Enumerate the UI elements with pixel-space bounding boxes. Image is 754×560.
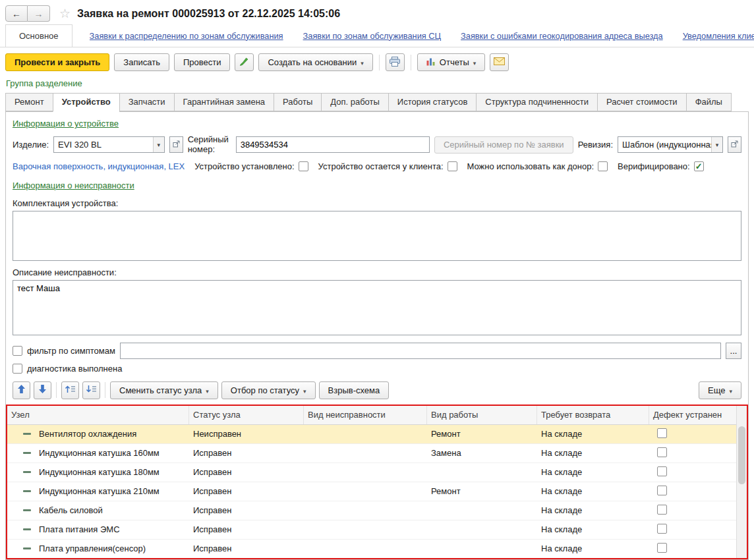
node-status: Исправен [189, 544, 304, 553]
create-based-on-button[interactable]: Создать на основании [258, 53, 372, 71]
donor-checkbox[interactable] [598, 161, 608, 171]
defect-fixed-checkbox[interactable] [657, 505, 667, 515]
dropdown-arrow-icon[interactable] [711, 137, 722, 152]
vertical-scrollbar[interactable] [736, 406, 747, 558]
sort-descending-button[interactable] [82, 381, 100, 399]
favorite-star-icon[interactable]: ☆ [59, 6, 71, 21]
tab-subordination-structure[interactable]: Структура подчиненности [476, 93, 597, 111]
nodes-table-header: Узел Статус узла Вид неисправности Вид р… [7, 406, 747, 425]
defect-fixed-checkbox[interactable] [657, 486, 667, 495]
post-and-close-button[interactable]: Провести и закрыть [5, 53, 109, 71]
tab-files[interactable]: Файлы [686, 93, 732, 111]
explosion-diagram-button[interactable]: Взрыв-схема [319, 381, 390, 399]
tab-additional-works[interactable]: Доп. работы [321, 93, 388, 111]
kit-textarea[interactable] [13, 211, 741, 261]
defect-fixed-checkbox[interactable] [657, 466, 667, 476]
more-label: Еще [708, 385, 725, 395]
table-row[interactable]: Индукционная катушка 180мм Исправен На с… [7, 463, 747, 482]
fault-description-textarea[interactable]: тест Маша [13, 280, 741, 335]
nav-link-service-zones[interactable]: Заявки по зонам обслуживания СЦ [303, 31, 441, 41]
more-button[interactable]: Еще [699, 381, 741, 399]
open-link-icon [731, 140, 738, 150]
table-row[interactable]: Вентилятор охлаждения Неисправен Ремонт … [7, 425, 747, 444]
create-based-on-label: Создать на основании [268, 57, 357, 67]
filter-by-status-button[interactable]: Отбор по статусу [221, 381, 316, 399]
revision-open-button[interactable] [728, 136, 741, 153]
bar-chart-icon [426, 57, 436, 68]
node-return: На складе [537, 505, 649, 515]
symptom-filter-label: фильтр по симптомам [27, 346, 115, 356]
mark-button[interactable] [235, 53, 254, 71]
nav-link-geocoding-errors[interactable]: Заявки с ошибками геокодирования адреса … [461, 31, 663, 41]
device-flags-row: Варочная поверхность, индукционная, LEX … [13, 161, 741, 171]
symptom-filter-checkbox[interactable] [13, 346, 22, 356]
table-row[interactable]: Индукционная катушка 160мм Исправен Заме… [7, 444, 747, 463]
move-down-button[interactable] [34, 381, 51, 399]
nav-link-client-notifications[interactable]: Уведомления клиентам о и [683, 31, 754, 41]
table-row[interactable]: Плата управления(сенсор) Исправен На скл… [7, 540, 747, 558]
symptom-filter-input[interactable] [120, 343, 721, 359]
tab-works[interactable]: Работы [274, 93, 321, 111]
tab-device[interactable]: Устройство [53, 93, 119, 112]
product-combobox[interactable]: EVI 320 BL [53, 136, 165, 153]
form-navigation: Основное Заявки к распределению по зонам… [0, 24, 754, 47]
tab-status-history[interactable]: История статусов [388, 93, 477, 111]
nav-link-distribution-zones[interactable]: Заявки к распределению по зонам обслужив… [90, 31, 283, 41]
nav-links: Заявки к распределению по зонам обслужив… [90, 24, 754, 47]
table-row[interactable]: Плата питания ЭМС Исправен На складе [7, 520, 747, 540]
serial-by-request-button[interactable]: Серийный номер по № заявки [434, 136, 573, 154]
nav-tab-main[interactable]: Основное [5, 24, 72, 47]
reports-button[interactable]: Отчеты [417, 53, 485, 71]
email-button[interactable] [490, 53, 509, 71]
tab-warranty-replacement[interactable]: Гарантийная замена [174, 93, 274, 111]
tab-cost-calculation[interactable]: Расчет стоимости [597, 93, 686, 111]
separation-group-caption[interactable]: Группа разделение [0, 77, 754, 93]
column-header-return-required[interactable]: Требует возврата [537, 406, 649, 424]
device-info-section-title[interactable]: Информация о устройстве [13, 119, 119, 128]
green-brush-icon [239, 57, 249, 69]
caret-down-icon [473, 57, 477, 67]
symptom-filter-select-button[interactable]: ... [726, 343, 741, 359]
product-open-button[interactable] [169, 136, 183, 153]
device-tab-panel: Информация о устройстве Изделие: EVI 320… [5, 111, 749, 560]
change-node-status-button[interactable]: Сменить статус узла [110, 381, 218, 399]
column-header-fault-kind[interactable]: Вид неисправности [304, 406, 427, 424]
dropdown-arrow-icon[interactable] [153, 137, 164, 152]
sort-ascending-button[interactable] [61, 381, 79, 399]
write-button[interactable]: Записать [114, 53, 169, 71]
revision-combobox[interactable]: Шаблон (индукционная [618, 136, 723, 153]
node-status: Неисправен [189, 429, 304, 439]
tab-repair[interactable]: Ремонт [5, 93, 53, 111]
diagnostics-done-checkbox[interactable] [13, 364, 22, 374]
node-work-kind: Ремонт [427, 486, 537, 496]
defect-fixed-checkbox[interactable] [657, 543, 667, 553]
scrollbar-thumb[interactable] [738, 426, 745, 484]
fault-info-section-title[interactable]: Информация о неисправности [13, 181, 134, 190]
table-row[interactable]: Кабель силовой Исправен На складе [7, 501, 747, 520]
column-header-node-status[interactable]: Статус узла [189, 406, 304, 424]
defect-fixed-checkbox[interactable] [657, 524, 667, 534]
change-node-status-label: Сменить статус узла [119, 385, 202, 395]
back-button[interactable]: ← [5, 5, 28, 22]
forward-button[interactable]: → [28, 5, 50, 22]
installed-checkbox[interactable] [299, 161, 308, 171]
app-window: ← → ☆ Заявка на ремонт 000025913 от 22.1… [0, 0, 754, 560]
defect-fixed-checkbox[interactable] [657, 428, 667, 438]
cmdbar-separator [105, 382, 105, 398]
tab-spare-parts[interactable]: Запчасти [119, 93, 174, 111]
post-button[interactable]: Провести [174, 53, 231, 71]
table-row[interactable]: Индукционная катушка 210мм Исправен Ремо… [7, 482, 747, 501]
column-header-work-kind[interactable]: Вид работы [427, 406, 537, 424]
verified-checkbox[interactable] [694, 161, 704, 171]
installed-label: Устройство установлено: [194, 161, 294, 171]
device-category-link[interactable]: Варочная поверхность, индукционная, LEX [13, 161, 185, 171]
defect-fixed-checkbox[interactable] [657, 447, 667, 457]
column-header-node[interactable]: Узел [7, 406, 189, 424]
print-button[interactable] [386, 53, 405, 71]
arrow-up-icon [18, 385, 25, 395]
caret-down-icon [303, 385, 306, 395]
column-header-defect-fixed[interactable]: Дефект устранен [649, 406, 736, 424]
serial-number-input[interactable] [236, 136, 430, 153]
stays-with-client-checkbox[interactable] [448, 161, 457, 171]
move-up-button[interactable] [13, 381, 30, 399]
